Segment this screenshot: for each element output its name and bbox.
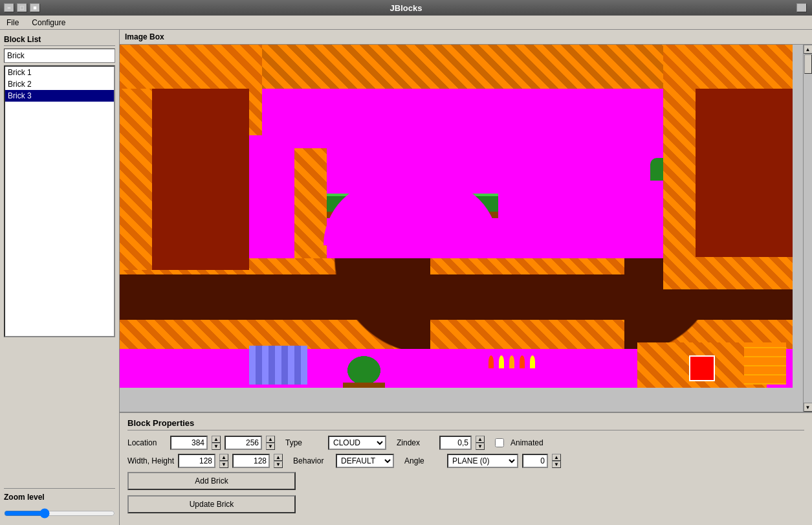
minimize-button[interactable]: − (4, 3, 14, 12)
animated-checkbox[interactable] (495, 438, 504, 447)
scroll-down-arrow[interactable]: ▼ (804, 403, 813, 412)
angle-label: Angle (404, 456, 443, 465)
height-input[interactable] (232, 454, 270, 468)
animated-group: Animated (495, 438, 543, 447)
restore-button[interactable]: □ (17, 3, 27, 12)
angle-group: Angle PLANE (0) PLANE (90) PLANE (180) P… (404, 454, 561, 468)
zoom-section: Zoom level (4, 488, 115, 521)
angle-plane-select[interactable]: PLANE (0) PLANE (90) PLANE (180) PLANE (… (447, 454, 518, 468)
spin-down[interactable]: ▼ (266, 443, 275, 450)
zindex-group: Zindex ▲ ▼ (397, 436, 485, 450)
size-group: Width, Height ▲ ▼ ▲ ▼ (127, 454, 283, 468)
location-label: Location (127, 438, 166, 447)
tile-road-curve-left (301, 258, 430, 349)
menu-file[interactable]: File (3, 17, 23, 28)
angle-value-input[interactable] (522, 454, 548, 468)
spin-down[interactable]: ▼ (476, 443, 485, 450)
props-row-1: Location ▲ ▼ ▲ ▼ Type CLO (127, 436, 804, 450)
game-map[interactable] (120, 45, 793, 388)
spin-down[interactable]: ▼ (212, 443, 221, 450)
type-label: Type (285, 438, 324, 447)
window-controls[interactable]: − □ ■ (4, 3, 40, 12)
image-box[interactable]: ▲ ▼ (120, 45, 812, 412)
block-list-title: Block List (4, 34, 115, 46)
location-y-input[interactable] (225, 436, 262, 450)
tile-red-square (689, 355, 715, 381)
spin-up[interactable]: ▲ (552, 454, 561, 461)
location-x-spinner[interactable]: ▲ ▼ (212, 436, 221, 450)
tile-flowers (488, 355, 573, 375)
tile-left-dark2 (120, 89, 152, 270)
zindex-label: Zindex (397, 438, 435, 447)
zindex-spinner[interactable]: ▲ ▼ (476, 436, 485, 450)
behavior-label: Behavior (293, 456, 332, 465)
scroll-thumb[interactable] (804, 54, 812, 74)
type-group: Type CLOUD SOLID PLATFORM LADDER WATER (285, 436, 386, 450)
height-spinner[interactable]: ▲ ▼ (274, 454, 283, 468)
menu-configure[interactable]: Configure (28, 17, 69, 28)
props-row-buttons: Add Brick Update Brick (127, 472, 804, 516)
zoom-slider[interactable] (4, 508, 115, 519)
spin-up[interactable]: ▲ (476, 436, 485, 443)
right-area: Image Box (120, 30, 812, 525)
block-list-box[interactable]: Brick 1 Brick 2 Brick 3 (4, 65, 115, 337)
tile-right-struct-dark (696, 89, 793, 257)
tile-tree (343, 352, 385, 388)
title-bar: − □ ■ JBlocks (0, 0, 812, 16)
angle-spinner[interactable]: ▲ ▼ (552, 454, 561, 468)
spin-up[interactable]: ▲ (266, 436, 275, 443)
add-brick-button[interactable]: Add Brick (127, 472, 296, 490)
location-x-input[interactable] (170, 436, 208, 450)
spin-up[interactable]: ▲ (212, 436, 221, 443)
spin-up[interactable]: ▲ (274, 454, 283, 461)
size-label: Width, Height (127, 456, 174, 465)
update-brick-button[interactable]: Update Brick (127, 495, 296, 513)
spin-up[interactable]: ▲ (219, 454, 228, 461)
spin-down[interactable]: ▼ (552, 461, 561, 468)
scroll-track (804, 54, 813, 403)
behavior-select[interactable]: DEFAULT BOUNCE DAMAGE DEADLY (336, 454, 394, 468)
type-select[interactable]: CLOUD SOLID PLATFORM LADDER WATER (328, 436, 386, 450)
list-item-selected[interactable]: Brick 3 (5, 90, 114, 102)
behavior-group: Behavior DEFAULT BOUNCE DAMAGE DEADLY (293, 454, 394, 468)
list-item[interactable]: Brick 1 (5, 67, 114, 78)
close-button-small[interactable]: ■ (30, 3, 40, 12)
image-box-title: Image Box (120, 30, 812, 45)
scroll-up-arrow[interactable]: ▲ (804, 45, 813, 54)
list-item[interactable]: Brick 2 (5, 78, 114, 90)
zindex-input[interactable] (439, 436, 472, 450)
width-input[interactable] (178, 454, 215, 468)
props-row-2: Width, Height ▲ ▼ ▲ ▼ Behavior (127, 454, 804, 468)
animated-label: Animated (510, 438, 543, 447)
zoom-label: Zoom level (4, 493, 115, 502)
location-group: Location ▲ ▼ ▲ ▼ (127, 436, 275, 450)
tile-grid-br (744, 342, 786, 385)
window-title: JBlocks (390, 3, 422, 13)
location-y-spinner[interactable]: ▲ ▼ (266, 436, 275, 450)
main-layout: Block List Brick 1 Brick 2 Brick 3 Zoom … (0, 30, 812, 525)
spin-down[interactable]: ▼ (274, 461, 283, 468)
tile-water (249, 346, 307, 385)
vertical-scrollbar[interactable]: ▲ ▼ (803, 45, 812, 412)
block-list-search[interactable] (4, 49, 115, 63)
block-list-section: Block List Brick 1 Brick 2 Brick 3 (4, 34, 115, 483)
properties-panel: Block Properties Location ▲ ▼ ▲ ▼ (120, 412, 812, 525)
width-spinner[interactable]: ▲ ▼ (219, 454, 228, 468)
properties-title: Block Properties (127, 418, 804, 430)
spin-down[interactable]: ▼ (219, 461, 228, 468)
menu-bar: File Configure (0, 16, 812, 30)
left-panel: Block List Brick 1 Brick 2 Brick 3 Zoom … (0, 30, 120, 525)
mac-close-button[interactable] (796, 3, 807, 12)
